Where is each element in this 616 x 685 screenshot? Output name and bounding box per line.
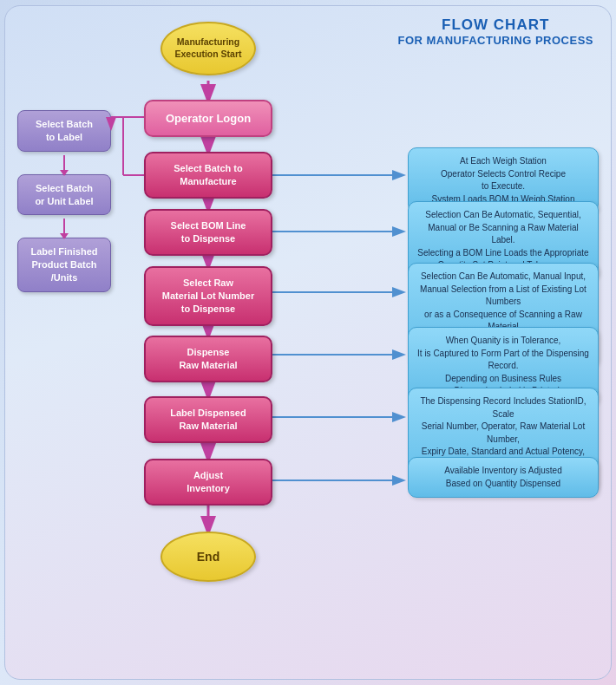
title-line2: FOR MANUFACTURING PROCESS	[397, 34, 593, 47]
title-line1: FLOW CHART	[397, 16, 593, 34]
title-block: FLOW CHART FOR MANUFACTURING PROCESS	[397, 16, 593, 47]
left-arrow-2	[63, 219, 65, 234]
select-bom-line: Select BOM Line to Dispense	[144, 209, 272, 256]
select-batch-manufacture: Select Batch to Manufacture	[144, 152, 272, 199]
operator-logon: Operator Logon	[144, 100, 272, 137]
label-dispensed-raw: Label Dispensed Raw Material	[144, 396, 272, 443]
left-box-select-batch-unit-label: Select Batch or Unit Label	[17, 174, 111, 216]
main-container: FLOW CHART FOR MANUFACTURING PROCESS Sel…	[4, 5, 612, 680]
end-oval: End	[161, 532, 256, 582]
left-arrow-1	[63, 155, 65, 171]
info-adjust-inventory: Available Inventory is Adjusted Based on…	[408, 457, 599, 498]
adjust-inventory: Adjust Inventory	[144, 459, 272, 506]
left-box-label-finished: Label Finished Product Batch /Units	[17, 238, 111, 292]
left-column: Select Batch to Label Select Batch or Un…	[17, 110, 111, 292]
select-raw-material: Select Raw Material Lot Number to Dispen…	[144, 266, 272, 326]
start-oval: Manufacturing Execution Start	[161, 22, 256, 75]
left-box-select-batch-label: Select Batch to Label	[17, 110, 111, 152]
dispense-raw-material: Dispense Raw Material	[144, 336, 272, 382]
